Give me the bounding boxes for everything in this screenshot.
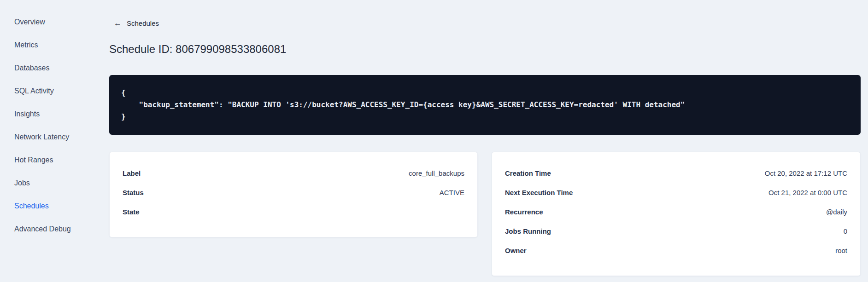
- back-link-label: Schedules: [127, 19, 159, 27]
- row-value: Oct 21, 2022 at 0:00 UTC: [768, 189, 847, 196]
- back-to-schedules-link[interactable]: ← Schedules: [114, 18, 861, 28]
- schedule-info-card: Label core_full_backups Status ACTIVE St…: [109, 152, 478, 237]
- code-line: "backup_statement": "BACKUP INTO 's3://b…: [121, 99, 849, 111]
- code-line: }: [121, 111, 849, 123]
- sidebar: Overview Metrics Databases SQL Activity …: [0, 0, 109, 282]
- timing-row-creation-time: Creation Time Oct 20, 2022 at 17:12 UTC: [505, 163, 847, 183]
- row-value: @daily: [826, 208, 847, 216]
- sidebar-item-insights[interactable]: Insights: [0, 103, 109, 126]
- back-arrow-icon: ←: [114, 19, 122, 27]
- sidebar-item-schedules[interactable]: Schedules: [0, 195, 109, 218]
- timing-row-jobs-running: Jobs Running 0: [505, 221, 847, 241]
- row-label: Creation Time: [505, 169, 551, 177]
- row-label: Status: [123, 189, 144, 196]
- row-value: Oct 20, 2022 at 17:12 UTC: [765, 169, 847, 177]
- row-label: Jobs Running: [505, 227, 551, 235]
- sidebar-item-sql-activity[interactable]: SQL Activity: [0, 80, 109, 103]
- code-line: {: [121, 87, 849, 99]
- info-row-status: Status ACTIVE: [123, 183, 464, 202]
- timing-row-recurrence: Recurrence @daily: [505, 202, 847, 221]
- sidebar-item-metrics[interactable]: Metrics: [0, 34, 109, 57]
- sidebar-item-databases[interactable]: Databases: [0, 57, 109, 80]
- info-row-label: Label core_full_backups: [123, 163, 464, 183]
- sidebar-item-network-latency[interactable]: Network Latency: [0, 126, 109, 149]
- schedule-definition-code-block: { "backup_statement": "BACKUP INTO 's3:/…: [109, 75, 861, 135]
- row-label: Next Execution Time: [505, 189, 573, 196]
- sidebar-item-overview[interactable]: Overview: [0, 11, 109, 34]
- row-value: root: [835, 247, 847, 254]
- schedule-timing-card: Creation Time Oct 20, 2022 at 17:12 UTC …: [492, 152, 861, 276]
- row-label: Recurrence: [505, 208, 543, 216]
- page-title: Schedule ID: 806799098533806081: [109, 41, 861, 57]
- sidebar-item-jobs[interactable]: Jobs: [0, 172, 109, 195]
- sidebar-item-advanced-debug[interactable]: Advanced Debug: [0, 218, 109, 241]
- row-label: State: [123, 208, 140, 216]
- status-value: ACTIVE: [440, 189, 464, 196]
- row-value: 0: [844, 227, 847, 235]
- row-value: core_full_backups: [409, 169, 464, 177]
- sidebar-item-hot-ranges[interactable]: Hot Ranges: [0, 149, 109, 172]
- info-row-state: State: [123, 202, 464, 221]
- timing-row-owner: Owner root: [505, 241, 847, 260]
- row-label: Label: [123, 169, 141, 177]
- row-label: Owner: [505, 247, 527, 254]
- schedule-details-page: Overview Metrics Databases SQL Activity …: [0, 0, 868, 282]
- detail-cards-row: Label core_full_backups Status ACTIVE St…: [109, 152, 861, 276]
- timing-row-next-execution-time: Next Execution Time Oct 21, 2022 at 0:00…: [505, 183, 847, 202]
- main-content: ← Schedules Schedule ID: 806799098533806…: [109, 0, 861, 282]
